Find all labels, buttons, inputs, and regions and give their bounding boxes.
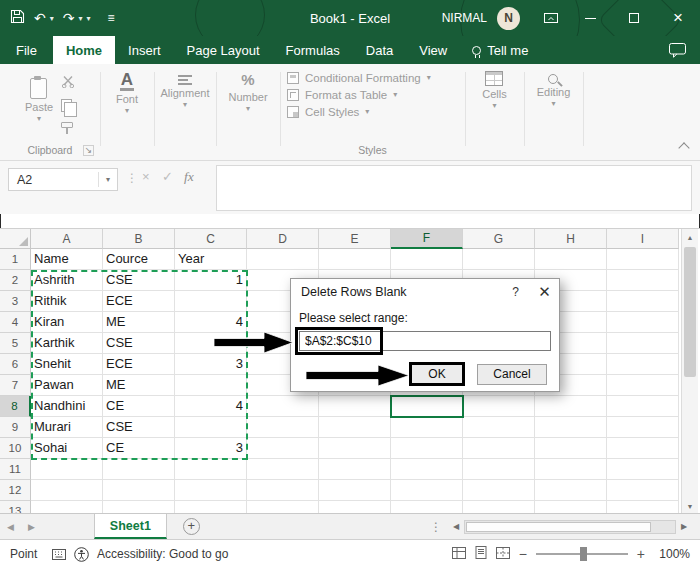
column-header-A[interactable]: A <box>31 229 103 249</box>
tab-view[interactable]: View <box>406 36 460 64</box>
cell-F13[interactable] <box>391 501 463 513</box>
name-box-dropdown-icon[interactable]: ▾ <box>99 175 117 184</box>
cell-A9[interactable]: Murari <box>31 417 103 438</box>
cell-I11[interactable] <box>607 459 679 480</box>
vertical-scrollbar-thumb[interactable] <box>684 247 696 377</box>
tell-me[interactable]: Tell me <box>460 36 540 64</box>
range-input[interactable] <box>299 331 551 351</box>
ribbon-display-options-icon[interactable] <box>534 0 568 36</box>
customize-qat-icon[interactable]: ▾ <box>87 14 91 23</box>
cell-H12[interactable] <box>535 480 607 501</box>
horizontal-scrollbar-thumb[interactable] <box>466 522 651 532</box>
cell-A6[interactable]: Snehit <box>31 354 103 375</box>
cell-F8[interactable] <box>391 396 463 417</box>
cell-F9[interactable] <box>391 417 463 438</box>
ok-button[interactable]: OK <box>409 362 465 386</box>
format-painter-icon[interactable] <box>61 122 73 128</box>
touch-mode-icon[interactable]: ≡ <box>108 12 115 24</box>
redo-icon[interactable]: ↷ <box>63 11 75 25</box>
cells-menu-button[interactable]: Cells ▾ <box>482 64 506 110</box>
row-header-5[interactable]: 5 <box>0 333 31 354</box>
scroll-right-icon[interactable]: ▶ <box>676 522 692 531</box>
cell-B8[interactable]: CE <box>103 396 175 417</box>
row-header-4[interactable]: 4 <box>0 312 31 333</box>
alignment-menu-button[interactable]: Alignment ▾ <box>161 64 210 109</box>
zoom-out-icon[interactable]: − <box>519 546 527 562</box>
cell-I6[interactable] <box>607 354 679 375</box>
row-header-11[interactable]: 11 <box>0 459 31 480</box>
column-header-F[interactable]: F <box>391 229 463 249</box>
cell-F1[interactable] <box>391 249 463 270</box>
cell-H9[interactable] <box>535 417 607 438</box>
zoom-in-icon[interactable]: + <box>637 546 645 562</box>
cell-G13[interactable] <box>463 501 535 513</box>
cell-I2[interactable] <box>607 270 679 291</box>
cell-A8[interactable]: Nandhini <box>31 396 103 417</box>
cell-E10[interactable] <box>319 438 391 459</box>
cell-H11[interactable] <box>535 459 607 480</box>
copy-icon[interactable] <box>61 99 72 112</box>
cell-E12[interactable] <box>319 480 391 501</box>
cell-C11[interactable] <box>175 459 247 480</box>
name-box[interactable]: A2 ▾ <box>8 168 118 191</box>
undo-dropdown-icon[interactable]: ▾ <box>50 14 54 23</box>
cell-B1[interactable]: Cource <box>103 249 175 270</box>
insert-function-icon[interactable]: fx <box>184 169 194 185</box>
cell-C12[interactable] <box>175 480 247 501</box>
cell-I5[interactable] <box>607 333 679 354</box>
paste-button[interactable]: Paste ▾ <box>25 71 53 128</box>
zoom-slider-thumb[interactable] <box>580 547 587 561</box>
sheet-nav-left-icon[interactable]: ◀ <box>0 522 21 532</box>
cell-D10[interactable] <box>247 438 319 459</box>
sheet-tab-sheet1[interactable]: Sheet1 <box>94 514 167 539</box>
cell-E9[interactable] <box>319 417 391 438</box>
cell-I7[interactable] <box>607 375 679 396</box>
cell-I13[interactable] <box>607 501 679 513</box>
collapse-ribbon-icon[interactable] <box>678 142 689 153</box>
format-as-table-button[interactable]: Format as Table ▾ <box>287 89 397 101</box>
zoom-level[interactable]: 100% <box>654 547 690 561</box>
row-header-7[interactable]: 7 <box>0 375 31 396</box>
cell-I9[interactable] <box>607 417 679 438</box>
column-header-I[interactable]: I <box>607 229 679 249</box>
cell-B5[interactable]: CSE <box>103 333 175 354</box>
column-header-E[interactable]: E <box>319 229 391 249</box>
cell-H13[interactable] <box>535 501 607 513</box>
cut-icon[interactable] <box>61 74 75 92</box>
cell-B10[interactable]: CE <box>103 438 175 459</box>
column-header-C[interactable]: C <box>175 229 247 249</box>
redo-dropdown-icon[interactable]: ▾ <box>78 14 82 23</box>
cell-I12[interactable] <box>607 480 679 501</box>
cell-D8[interactable] <box>247 396 319 417</box>
zoom-slider[interactable] <box>536 553 628 555</box>
cell-B7[interactable]: ME <box>103 375 175 396</box>
column-header-B[interactable]: B <box>103 229 175 249</box>
dialog-close-button[interactable]: ✕ <box>530 279 559 305</box>
cell-C4[interactable]: 4 <box>175 312 247 333</box>
cell-B2[interactable]: CSE <box>103 270 175 291</box>
cell-A7[interactable]: Pawan <box>31 375 103 396</box>
cell-A2[interactable]: Ashrith <box>31 270 103 291</box>
close-button[interactable]: × <box>656 0 700 36</box>
cell-C9[interactable] <box>175 417 247 438</box>
cell-F10[interactable] <box>391 438 463 459</box>
cell-G11[interactable] <box>463 459 535 480</box>
cell-A10[interactable]: Sohai <box>31 438 103 459</box>
cell-G12[interactable] <box>463 480 535 501</box>
cell-I10[interactable] <box>607 438 679 459</box>
cell-C8[interactable]: 4 <box>175 396 247 417</box>
cell-G10[interactable] <box>463 438 535 459</box>
select-all-corner[interactable] <box>0 229 31 249</box>
scroll-down-icon[interactable]: ▼ <box>682 498 698 513</box>
cell-E8[interactable] <box>319 396 391 417</box>
cell-H1[interactable] <box>535 249 607 270</box>
cell-I3[interactable] <box>607 291 679 312</box>
cell-E13[interactable] <box>319 501 391 513</box>
conditional-formatting-button[interactable]: Conditional Formatting ▾ <box>287 72 431 84</box>
row-header-6[interactable]: 6 <box>0 354 31 375</box>
add-sheet-button[interactable]: + <box>183 518 200 535</box>
cell-C10[interactable]: 3 <box>175 438 247 459</box>
cell-G1[interactable] <box>463 249 535 270</box>
minimize-button[interactable] <box>568 0 612 36</box>
cell-C1[interactable]: Year <box>175 249 247 270</box>
